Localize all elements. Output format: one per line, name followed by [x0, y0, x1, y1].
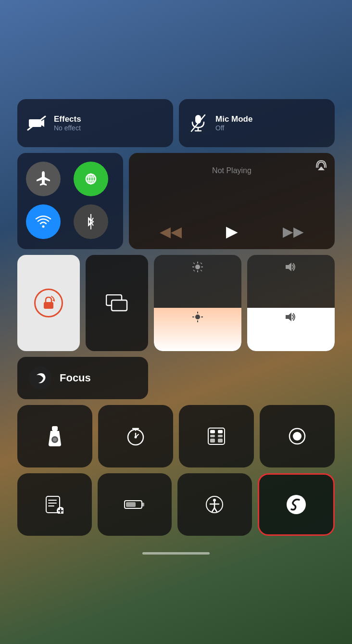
svg-rect-45: [218, 430, 223, 433]
svg-point-68: [287, 495, 306, 514]
svg-point-63: [213, 499, 216, 502]
row-connectivity-nowplaying: Not Playing ◀◀ ▶ ▶▶: [17, 153, 335, 249]
brightness-slider[interactable]: [154, 255, 241, 351]
playback-controls: ◀◀ ▶ ▶▶: [138, 222, 326, 240]
svg-line-26: [194, 270, 195, 271]
svg-point-27: [195, 315, 200, 319]
mic-mode-icon: [188, 113, 209, 134]
now-playing-label: Not Playing: [138, 166, 326, 175]
brightness-icon-top: [192, 262, 203, 272]
accessibility-tile[interactable]: [177, 473, 252, 536]
volume-slider[interactable]: [247, 255, 335, 351]
svg-marker-32: [286, 263, 291, 271]
svg-line-23: [194, 263, 195, 264]
fast-forward-button[interactable]: ▶▶: [283, 224, 304, 240]
focus-tile[interactable]: Focus: [17, 357, 148, 399]
svg-rect-48: [210, 439, 215, 442]
effects-subtitle: No effect: [54, 124, 81, 132]
focus-label: Focus: [60, 372, 91, 384]
mic-mode-subtitle: Off: [215, 124, 252, 132]
connectivity-tile: [17, 153, 123, 249]
svg-line-67: [214, 508, 217, 512]
svg-rect-15: [44, 302, 53, 309]
airplay-icon[interactable]: [315, 160, 327, 170]
row-utils: [17, 405, 335, 467]
volume-fill: [247, 308, 335, 351]
brightness-fill: [154, 308, 241, 351]
left-column: Focus: [17, 255, 148, 399]
wifi-button[interactable]: [26, 204, 61, 239]
mic-mode-text: Mic Mode Off: [215, 114, 252, 132]
home-indicator: [142, 552, 210, 555]
effects-title: Effects: [54, 114, 81, 124]
effects-icon: [26, 113, 47, 134]
svg-rect-60: [142, 503, 144, 506]
svg-line-24: [201, 270, 202, 271]
rewind-button[interactable]: ◀◀: [160, 223, 182, 240]
effects-text: Effects No effect: [54, 114, 81, 132]
svg-point-11: [42, 226, 45, 228]
svg-marker-33: [286, 313, 291, 321]
now-playing-tile: Not Playing ◀◀ ▶ ▶▶: [129, 153, 335, 249]
volume-icon-top: [285, 262, 297, 272]
svg-rect-46: [210, 435, 215, 437]
svg-rect-49: [218, 439, 223, 442]
bluetooth-button[interactable]: [74, 204, 108, 239]
row-effects-mic: Effects No effect Mic Mode Off: [17, 99, 335, 147]
lock-mirror-row: [17, 255, 148, 351]
svg-rect-44: [210, 430, 215, 433]
calculator-tile[interactable]: [179, 405, 254, 467]
svg-rect-47: [218, 435, 223, 437]
screen-lock-tile[interactable]: [17, 255, 80, 351]
screen-mirror-tile[interactable]: [86, 255, 148, 351]
shazam-tile[interactable]: [258, 473, 335, 536]
play-button[interactable]: ▶: [226, 222, 238, 240]
mic-mode-tile[interactable]: Mic Mode Off: [179, 99, 335, 147]
screen-record-tile[interactable]: [260, 405, 335, 467]
airplane-mode-button[interactable]: [26, 162, 61, 196]
svg-line-66: [212, 508, 214, 512]
moon-icon: [29, 366, 52, 390]
sliders-column: [154, 255, 335, 399]
mic-mode-title: Mic Mode: [215, 114, 252, 124]
svg-rect-34: [52, 426, 58, 431]
row-controls: Focus: [17, 255, 335, 399]
flashlight-tile[interactable]: [17, 405, 92, 467]
svg-rect-61: [126, 502, 136, 507]
battery-tile[interactable]: [98, 473, 172, 536]
lock-icon: [34, 289, 63, 317]
row-bottom: [17, 473, 335, 536]
effects-tile[interactable]: Effects No effect: [17, 99, 173, 147]
svg-point-18: [195, 265, 200, 269]
svg-line-25: [201, 263, 202, 264]
svg-point-36: [53, 438, 57, 442]
svg-point-42: [135, 436, 137, 439]
control-center: Effects No effect Mic Mode Off: [17, 89, 335, 545]
svg-point-51: [293, 432, 302, 441]
svg-rect-17: [112, 300, 127, 311]
notes-tile[interactable]: [17, 473, 92, 536]
timer-tile[interactable]: [98, 405, 173, 467]
cellular-button[interactable]: [74, 162, 108, 196]
